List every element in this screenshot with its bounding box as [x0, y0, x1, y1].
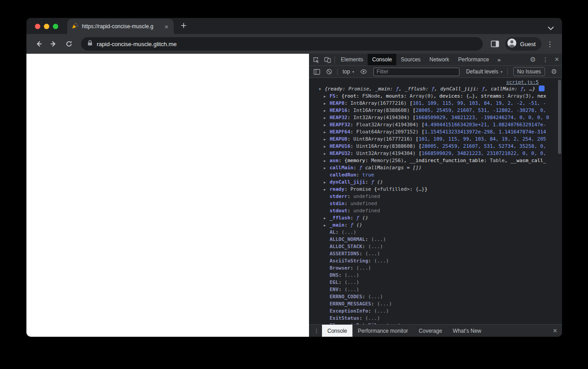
- console-row: ▸HEAPF64: Float64Array(2097152) [1.15454…: [309, 129, 562, 136]
- console-token: FS_createDataFile: [330, 322, 380, 324]
- console-token[interactable]: (...): [368, 294, 383, 300]
- drawer-tab-console[interactable]: Console: [322, 325, 352, 337]
- console-rows: ▾{ready: Promise, _main: ƒ, _fflush: ƒ, …: [309, 86, 562, 324]
- devtools-panel: Elements Console Sources Network Perform…: [309, 54, 562, 337]
- console-token[interactable]: (...): [344, 287, 359, 292]
- console-token[interactable]: (...): [344, 272, 359, 278]
- window-controls: [35, 24, 58, 29]
- console-sidebar-icon[interactable]: [311, 66, 322, 77]
- minimize-window-button[interactable]: [44, 24, 49, 29]
- console-token[interactable]: (...): [344, 279, 359, 285]
- devtools-menu-icon[interactable]: ⋮: [539, 56, 552, 63]
- expand-triangle-icon[interactable]: ▸: [324, 157, 330, 164]
- tab-close-icon[interactable]: ×: [163, 23, 169, 30]
- console-row: ENV: (...): [309, 286, 562, 293]
- address-bar[interactable]: rapid-concise-muscle.glitch.me: [81, 37, 483, 51]
- expand-triangle-icon[interactable]: ▸: [324, 136, 330, 143]
- live-expression-eye-icon[interactable]: [358, 66, 369, 77]
- chevron-down-icon: ▾: [501, 70, 502, 74]
- expand-triangle-icon[interactable]: ▸: [324, 100, 330, 107]
- console-token: , nex: [531, 93, 546, 99]
- tab-search-chevron-icon[interactable]: [548, 24, 554, 32]
- console-token: undefined: [350, 201, 377, 206]
- console-token[interactable]: (...): [377, 301, 392, 307]
- expand-triangle-icon[interactable]: ▸: [324, 93, 330, 100]
- console-row: ALLOC_NORMAL: (...): [309, 236, 562, 243]
- browser-menu-icon[interactable]: ⋮: [543, 37, 557, 51]
- browser-toolbar: rapid-concise-muscle.glitch.me Guest ⋮: [26, 34, 562, 54]
- expand-triangle-icon[interactable]: ▸: [324, 222, 330, 229]
- console-token: :: [348, 193, 353, 199]
- devtools-tab-console[interactable]: Console: [368, 54, 396, 65]
- expand-triangle-icon[interactable]: ▸: [324, 114, 330, 121]
- devtools-tab-elements[interactable]: Elements: [336, 54, 368, 65]
- drawer-tab-coverage[interactable]: Coverage: [413, 325, 447, 337]
- console-token[interactable]: (...): [356, 265, 371, 271]
- console-token: asm: [330, 158, 339, 163]
- console-settings-icon[interactable]: ⚙: [548, 68, 560, 76]
- reload-icon[interactable]: [62, 37, 76, 51]
- page-content[interactable]: [26, 54, 309, 337]
- console-token: ALLOC_STACK: [330, 244, 362, 249]
- drawer-tab-whats-new[interactable]: What's New: [447, 325, 487, 337]
- console-filter-input[interactable]: [373, 68, 459, 76]
- drawer-close-icon[interactable]: ×: [550, 327, 560, 335]
- console-token: :: [350, 143, 356, 149]
- console-row: stderr: undefined: [309, 193, 562, 200]
- expand-triangle-icon[interactable]: ▸: [324, 164, 330, 172]
- console-token[interactable]: (...): [374, 258, 389, 264]
- new-tab-button[interactable]: [178, 20, 189, 31]
- log-levels-dropdown[interactable]: Default levels ▾: [464, 69, 505, 75]
- console-row: DNS: (...): [309, 272, 562, 279]
- drawer-tab-performance-monitor[interactable]: Performance monitor: [352, 325, 413, 337]
- console-token[interactable]: (...): [342, 229, 356, 235]
- devtools-settings-icon[interactable]: ⚙: [527, 56, 539, 64]
- expand-triangle-icon[interactable]: ▸: [324, 179, 330, 186]
- expand-triangle-icon[interactable]: ▸: [324, 215, 330, 222]
- expand-triangle-icon[interactable]: ▸: [324, 186, 330, 193]
- drawer-menu-icon[interactable]: ⋮: [311, 327, 322, 334]
- source-link[interactable]: script.js:5: [506, 79, 539, 85]
- expand-triangle-icon[interactable]: ▸: [324, 107, 330, 114]
- console-context-selector[interactable]: top ▾: [340, 69, 357, 75]
- more-tabs-icon[interactable]: »: [494, 56, 505, 63]
- expand-triangle-icon[interactable]: ▸: [324, 150, 330, 157]
- close-window-button[interactable]: [35, 24, 40, 29]
- devtools-tab-sources[interactable]: Sources: [396, 54, 425, 65]
- side-panel-icon[interactable]: [488, 37, 502, 51]
- devtools-tab-performance[interactable]: Performance: [454, 54, 494, 65]
- console-row: ▸HEAPU32: Uint32Array(4194304) [16685090…: [309, 150, 562, 157]
- forward-icon[interactable]: [47, 37, 60, 51]
- console-row: ▸HEAP32: Int32Array(4194304) [1668509029…: [309, 114, 562, 121]
- console-token: Int32Array(4194304): [353, 115, 410, 120]
- device-toolbar-icon[interactable]: [322, 54, 333, 65]
- console-token: 1668509029, 34821223, -1984246274, 0, 0,…: [416, 115, 549, 120]
- console-token: {…}: [416, 186, 425, 192]
- console-token[interactable]: (...): [386, 322, 401, 324]
- expand-triangle-icon[interactable]: ▸: [324, 143, 330, 150]
- console-token[interactable]: (...): [365, 251, 380, 257]
- console-token: , …}: [524, 86, 536, 92]
- devtools-close-icon[interactable]: ×: [552, 56, 562, 64]
- console-token[interactable]: (...): [368, 244, 383, 249]
- profile-chip[interactable]: Guest: [505, 37, 541, 51]
- back-icon[interactable]: [32, 37, 45, 51]
- console-token: :: [344, 186, 350, 192]
- console-token: HEAPF64: [330, 129, 350, 135]
- expand-triangle-icon[interactable]: ▸: [324, 121, 330, 129]
- issues-counter[interactable]: No Issues: [513, 67, 545, 76]
- console-token[interactable]: (...): [374, 308, 389, 314]
- console-token[interactable]: (...): [371, 236, 386, 242]
- console-token[interactable]: (...): [365, 315, 380, 321]
- devtools-tab-network[interactable]: Network: [425, 54, 454, 65]
- console-scrollbar[interactable]: [558, 80, 561, 154]
- console-token: HEAPF32: [330, 122, 350, 128]
- clear-console-icon[interactable]: [323, 66, 335, 77]
- expand-triangle-icon[interactable]: ▾: [319, 86, 325, 93]
- browser-tab[interactable]: https://rapid-concise-muscle.g ×: [67, 19, 174, 34]
- inspect-element-icon[interactable]: [310, 54, 322, 65]
- divider: [335, 56, 335, 63]
- devtools-tabbar: Elements Console Sources Network Perform…: [309, 54, 562, 66]
- expand-triangle-icon[interactable]: ▸: [324, 129, 330, 136]
- fullscreen-window-button[interactable]: [53, 24, 58, 29]
